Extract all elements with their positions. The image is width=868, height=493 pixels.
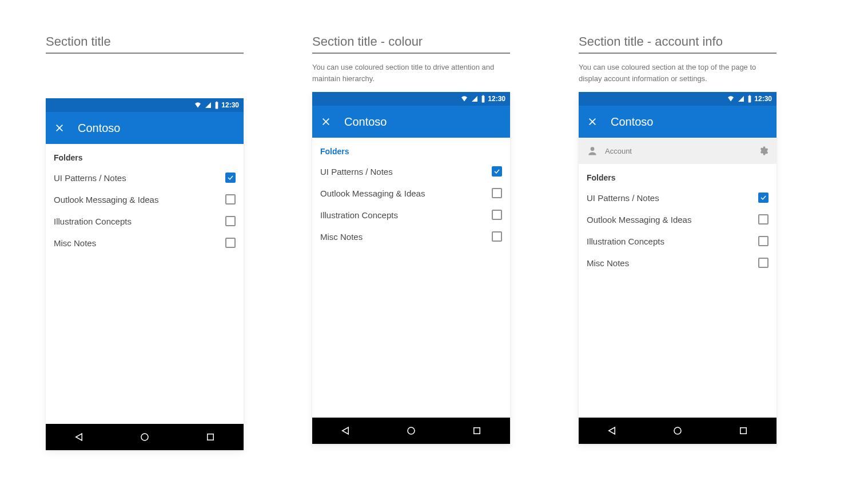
app-bar: Contoso bbox=[579, 106, 777, 138]
folder-item[interactable]: Illustration Concepts bbox=[579, 230, 777, 252]
status-bar: 12:30 bbox=[312, 92, 510, 106]
nav-back-icon[interactable] bbox=[340, 426, 351, 436]
nav-home-icon[interactable] bbox=[672, 426, 683, 436]
folder-label: Outlook Messaging & Ideas bbox=[587, 215, 691, 225]
app-title: Contoso bbox=[611, 115, 654, 129]
column-description: You can use coloured section at the top … bbox=[579, 62, 777, 84]
person-icon bbox=[587, 145, 598, 157]
android-navbar bbox=[579, 418, 777, 444]
folder-item[interactable]: Outlook Messaging & Ideas bbox=[579, 209, 777, 230]
folder-item[interactable]: Outlook Messaging & Ideas bbox=[312, 182, 510, 204]
nav-recent-icon[interactable] bbox=[205, 432, 216, 442]
svg-rect-14 bbox=[748, 96, 751, 103]
svg-rect-0 bbox=[216, 102, 218, 109]
checkbox[interactable] bbox=[225, 216, 236, 226]
status-time: 12:30 bbox=[754, 95, 772, 103]
phone-mockup: 12:30 Contoso Account Folders UI Pattern… bbox=[579, 92, 777, 444]
folder-item[interactable]: Misc Notes bbox=[579, 252, 777, 274]
folder-item[interactable]: Outlook Messaging & Ideas bbox=[46, 189, 244, 210]
svg-marker-4 bbox=[75, 434, 82, 440]
account-label: Account bbox=[605, 147, 632, 155]
section-header: Folders bbox=[312, 138, 510, 161]
checkbox[interactable] bbox=[225, 194, 236, 205]
svg-rect-8 bbox=[483, 95, 484, 96]
folder-item[interactable]: UI Patterns / Notes bbox=[312, 161, 510, 182]
folder-item[interactable]: Illustration Concepts bbox=[46, 210, 244, 232]
folder-item[interactable]: UI Patterns / Notes bbox=[579, 187, 777, 209]
svg-point-18 bbox=[591, 147, 595, 151]
folder-item[interactable]: Misc Notes bbox=[46, 232, 244, 254]
close-icon[interactable] bbox=[55, 123, 64, 133]
status-bar: 12:30 bbox=[579, 92, 777, 106]
column-heading: Section title - account info bbox=[579, 34, 777, 54]
signal-icon bbox=[204, 102, 212, 109]
battery-icon bbox=[747, 95, 752, 103]
checkbox[interactable] bbox=[225, 238, 236, 248]
wifi-icon bbox=[727, 95, 735, 102]
nav-home-icon[interactable] bbox=[140, 432, 150, 442]
checkbox[interactable] bbox=[492, 188, 502, 198]
svg-point-12 bbox=[408, 427, 415, 434]
account-row[interactable]: Account bbox=[579, 138, 777, 164]
app-title: Contoso bbox=[78, 122, 121, 135]
folder-item[interactable]: Illustration Concepts bbox=[312, 204, 510, 226]
checkbox[interactable] bbox=[492, 166, 502, 177]
svg-point-20 bbox=[674, 427, 681, 434]
status-time: 12:30 bbox=[221, 101, 239, 109]
column-heading: Section title bbox=[46, 34, 244, 54]
checkbox[interactable] bbox=[225, 173, 236, 183]
gear-icon[interactable] bbox=[758, 146, 769, 156]
android-navbar bbox=[312, 418, 510, 444]
checkbox[interactable] bbox=[492, 231, 502, 242]
section-header: Folders bbox=[579, 164, 777, 187]
checkbox[interactable] bbox=[758, 258, 769, 268]
nav-recent-icon[interactable] bbox=[472, 426, 482, 436]
app-bar: Contoso bbox=[46, 112, 244, 144]
folder-label: Misc Notes bbox=[320, 232, 363, 242]
app-title: Contoso bbox=[344, 115, 387, 129]
checkbox[interactable] bbox=[758, 236, 769, 246]
close-icon[interactable] bbox=[321, 117, 331, 126]
folder-label: Misc Notes bbox=[54, 238, 96, 248]
svg-rect-21 bbox=[740, 428, 747, 434]
battery-icon bbox=[481, 95, 485, 103]
phone-body: Account Folders UI Patterns / Notes Outl… bbox=[579, 138, 777, 418]
svg-rect-13 bbox=[474, 428, 480, 434]
phone-mockup: 12:30 Contoso Folders UI Patterns / Note… bbox=[312, 92, 510, 444]
folder-label: Outlook Messaging & Ideas bbox=[54, 195, 158, 205]
close-icon[interactable] bbox=[588, 117, 597, 126]
folder-item[interactable]: Misc Notes bbox=[312, 226, 510, 247]
checkbox[interactable] bbox=[758, 193, 769, 203]
checkbox[interactable] bbox=[758, 214, 769, 225]
nav-back-icon[interactable] bbox=[74, 432, 84, 442]
signal-icon bbox=[737, 95, 745, 102]
column-description: You can use coloured section title to dr… bbox=[312, 62, 510, 84]
folder-label: Misc Notes bbox=[587, 258, 629, 268]
folder-label: Outlook Messaging & Ideas bbox=[320, 189, 425, 198]
wifi-icon bbox=[194, 102, 202, 109]
svg-rect-15 bbox=[749, 95, 750, 96]
android-navbar bbox=[46, 424, 244, 450]
folder-item[interactable]: UI Patterns / Notes bbox=[46, 167, 244, 189]
app-bar: Contoso bbox=[312, 106, 510, 138]
svg-rect-1 bbox=[216, 102, 217, 102]
folder-label: UI Patterns / Notes bbox=[587, 193, 659, 203]
column-heading: Section title - colour bbox=[312, 34, 510, 54]
checkbox[interactable] bbox=[492, 210, 502, 220]
phone-mockup: 12:30 Contoso Folders UI Patterns / Note… bbox=[46, 98, 244, 450]
svg-marker-11 bbox=[342, 427, 348, 434]
svg-point-5 bbox=[141, 434, 148, 440]
folder-label: UI Patterns / Notes bbox=[54, 173, 126, 183]
wifi-icon bbox=[460, 95, 468, 102]
status-time: 12:30 bbox=[488, 95, 505, 103]
folder-label: Illustration Concepts bbox=[320, 210, 398, 220]
folder-label: Illustration Concepts bbox=[54, 217, 132, 226]
nav-recent-icon[interactable] bbox=[738, 426, 748, 436]
battery-icon bbox=[214, 101, 219, 109]
folder-label: Illustration Concepts bbox=[587, 237, 664, 246]
svg-marker-19 bbox=[608, 427, 615, 434]
phone-body: Folders UI Patterns / Notes Outlook Mess… bbox=[46, 144, 244, 424]
svg-rect-6 bbox=[208, 434, 214, 440]
nav-back-icon[interactable] bbox=[607, 426, 617, 436]
nav-home-icon[interactable] bbox=[406, 426, 416, 436]
